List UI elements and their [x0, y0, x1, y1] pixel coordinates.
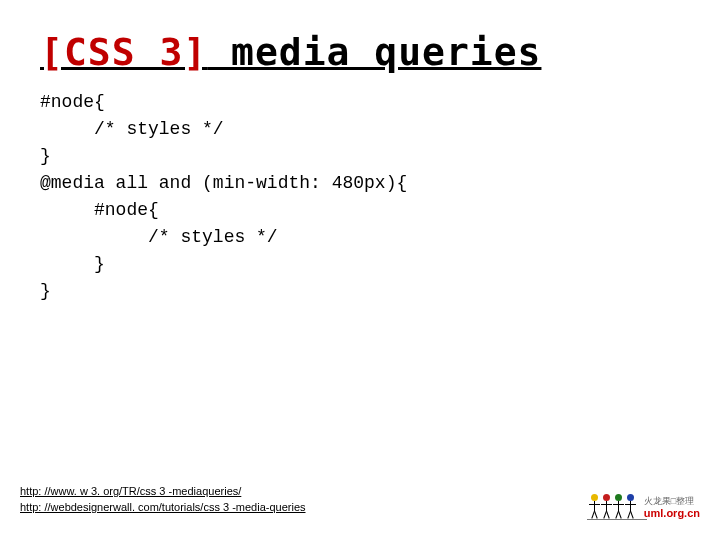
title-rest: media queries	[207, 30, 541, 74]
logo-tagline: 火龙果□整理	[644, 496, 700, 507]
logo-brand: uml.org.cn	[644, 507, 700, 520]
reference-link-2[interactable]: http: //webdesignerwall. com/tutorials/c…	[20, 500, 306, 515]
reference-link-1[interactable]: http: //www. w 3. org/TR/css 3 -mediaque…	[20, 484, 306, 499]
slide: [CSS 3] media queries #node{ /* styles *…	[0, 0, 720, 540]
code-block: #node{ /* styles */ } @media all and (mi…	[40, 89, 680, 305]
logo-text: 火龙果□整理 uml.org.cn	[644, 496, 700, 520]
title-bracket: [CSS 3]	[40, 30, 207, 74]
footer-logo: 火龙果□整理 uml.org.cn	[590, 494, 700, 522]
slide-title: [CSS 3] media queries	[40, 30, 680, 74]
footer-links: http: //www. w 3. org/TR/css 3 -mediaque…	[20, 484, 306, 515]
stick-figure-icon	[590, 494, 638, 522]
